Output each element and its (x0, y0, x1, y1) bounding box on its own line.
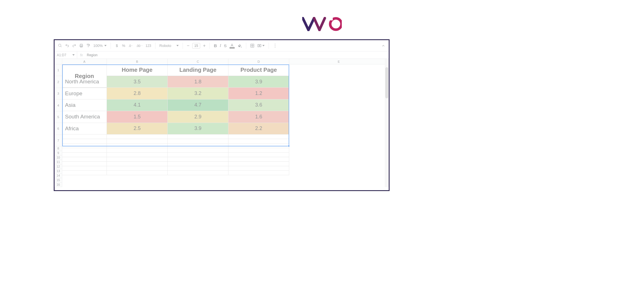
redo-icon[interactable] (72, 44, 76, 48)
empty-cell[interactable] (228, 139, 289, 144)
name-box[interactable]: A1:D7 (55, 51, 77, 58)
empty-cell[interactable] (228, 157, 289, 162)
empty-cell[interactable] (168, 162, 228, 166)
data-cell[interactable]: 2.5 (107, 123, 168, 135)
empty-cell[interactable] (107, 157, 168, 162)
region-cell[interactable]: Asia (62, 99, 107, 111)
data-cell[interactable]: 3.6 (228, 99, 289, 111)
more-formats-button[interactable]: 123 (146, 44, 151, 48)
column-header[interactable]: B (107, 59, 168, 64)
empty-cell[interactable] (228, 162, 289, 166)
empty-cell[interactable] (168, 135, 228, 139)
row-header[interactable]: 5 (55, 111, 62, 123)
empty-cell[interactable] (168, 171, 228, 175)
data-cell[interactable]: 3.2 (168, 88, 228, 99)
data-cell[interactable]: 2.9 (168, 111, 228, 123)
undo-icon[interactable] (65, 44, 69, 48)
zoom-dropdown[interactable]: 100% (93, 44, 107, 48)
search-icon[interactable] (58, 44, 62, 48)
column-header[interactable]: A (62, 59, 107, 64)
empty-cell[interactable] (168, 153, 228, 157)
empty-cell[interactable] (168, 148, 228, 153)
empty-cell[interactable] (228, 144, 289, 148)
empty-cell[interactable] (168, 144, 228, 148)
close-icon[interactable]: ✕ (122, 190, 126, 191)
decrease-font-button[interactable]: − (187, 43, 189, 48)
bold-button[interactable]: B (214, 43, 217, 48)
data-cell[interactable]: 4.7 (168, 99, 228, 111)
empty-cell[interactable] (168, 157, 228, 162)
empty-cell[interactable] (62, 144, 107, 148)
empty-cell[interactable] (62, 135, 107, 139)
empty-cell[interactable] (107, 148, 168, 153)
data-cell[interactable]: 1.2 (228, 88, 289, 99)
strikethrough-button[interactable]: S (224, 44, 226, 48)
empty-cell[interactable] (168, 166, 228, 171)
data-cell[interactable]: 1.6 (228, 111, 289, 123)
empty-cell[interactable] (62, 171, 107, 175)
row-header[interactable]: 16 (55, 183, 62, 187)
text-color-button[interactable]: A (230, 43, 235, 48)
currency-format-button[interactable]: $ (115, 44, 119, 48)
region-cell[interactable]: South America (62, 111, 107, 123)
increase-font-button[interactable]: + (203, 43, 206, 48)
empty-cell[interactable] (107, 144, 168, 148)
row-header[interactable]: 3 (55, 88, 62, 99)
formula-bar[interactable]: Region (86, 53, 98, 57)
header-sub[interactable]: Home Page (107, 64, 168, 76)
row-header[interactable]: 13 (55, 169, 62, 174)
select-all-corner[interactable] (55, 59, 62, 64)
empty-cell[interactable] (228, 135, 289, 139)
data-cell[interactable]: 2.2 (228, 123, 289, 135)
empty-cell[interactable] (107, 139, 168, 144)
empty-cell[interactable] (228, 153, 289, 157)
print-icon[interactable] (79, 44, 83, 48)
empty-cell[interactable] (107, 166, 168, 171)
empty-cell[interactable] (107, 171, 168, 175)
empty-cell[interactable] (62, 166, 107, 171)
decrease-decimal-button[interactable]: .0← (128, 44, 133, 47)
italic-button[interactable]: I (220, 43, 221, 48)
empty-cell[interactable] (62, 139, 107, 144)
row-header[interactable]: 4 (55, 99, 62, 111)
data-cell[interactable]: 1.8 (168, 76, 228, 88)
borders-button[interactable] (250, 44, 254, 48)
region-cell[interactable]: Europe (62, 88, 107, 99)
merge-cells-button[interactable] (257, 44, 265, 48)
paint-format-icon[interactable] (86, 44, 90, 48)
column-header[interactable]: C (168, 59, 228, 64)
data-cell[interactable]: 2.8 (107, 88, 168, 99)
header-sub[interactable]: Product Page (228, 64, 289, 76)
column-header[interactable]: D (228, 59, 289, 64)
empty-cell[interactable] (107, 153, 168, 157)
font-family-dropdown[interactable]: Roboto (159, 44, 179, 48)
data-cell[interactable]: 4.1 (107, 99, 168, 111)
row-header[interactable]: 8 (55, 146, 62, 151)
row-header[interactable]: 1 (55, 64, 62, 76)
row-header[interactable]: 2 (55, 76, 62, 88)
region-cell[interactable]: Africa (62, 123, 107, 135)
data-cell[interactable]: 3.9 (228, 76, 289, 88)
row-header[interactable]: 12 (55, 164, 62, 169)
row-header[interactable]: 15 (55, 178, 62, 183)
row-header[interactable]: 11 (55, 160, 62, 164)
header-sub[interactable]: Landing Page (168, 64, 228, 76)
empty-cell[interactable] (228, 171, 289, 175)
row-header[interactable]: 7 (55, 135, 62, 146)
row-header[interactable]: 10 (55, 155, 62, 160)
region-cell[interactable]: North America (62, 76, 107, 88)
more-tools-button[interactable]: ⋮ (273, 43, 278, 48)
row-header[interactable]: 9 (55, 151, 62, 155)
increase-decimal-button[interactable]: .00→ (136, 44, 142, 47)
fill-color-button[interactable] (237, 44, 242, 48)
column-header[interactable]: E (289, 59, 389, 64)
data-cell[interactable]: 3.5 (107, 76, 168, 88)
data-cell[interactable]: 1.5 (107, 111, 168, 123)
vertical-scrollbar[interactable] (385, 59, 389, 187)
empty-cell[interactable] (62, 148, 107, 153)
empty-cell[interactable] (228, 148, 289, 153)
collapse-toolbar-icon[interactable] (381, 44, 385, 48)
row-header[interactable]: 14 (55, 174, 62, 178)
empty-cell[interactable] (62, 153, 107, 157)
empty-cell[interactable] (107, 162, 168, 166)
